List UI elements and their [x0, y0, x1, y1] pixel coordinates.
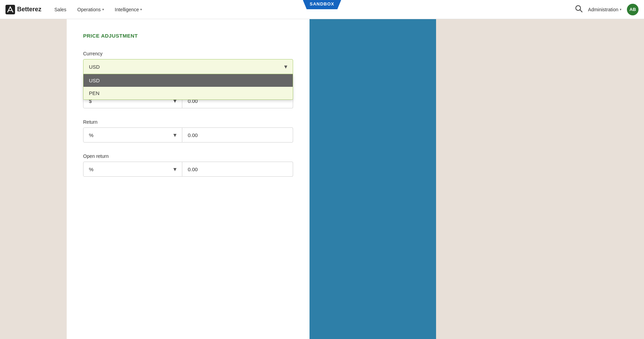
- currency-select[interactable]: USD ▾: [83, 59, 293, 74]
- nav-operations[interactable]: Operations ▾: [73, 4, 108, 15]
- return-section: Return % ▾: [83, 119, 293, 143]
- main-content: PRICE ADJUSTMENT Currency USD ▾ USD PEN: [0, 19, 644, 339]
- form-area: PRICE ADJUSTMENT Currency USD ▾ USD PEN: [67, 19, 310, 339]
- operations-chevron-icon: ▾: [102, 8, 104, 11]
- currency-section: Currency USD ▾ USD PEN: [83, 51, 293, 74]
- admin-label: Administration: [588, 7, 618, 12]
- return-type-select[interactable]: % ▾: [83, 127, 182, 143]
- return-label: Return: [83, 119, 293, 125]
- currency-option-usd[interactable]: USD: [83, 74, 293, 87]
- svg-line-2: [580, 10, 582, 12]
- far-right-sidebar: [436, 19, 644, 339]
- return-type-wrapper: % ▾: [83, 127, 182, 143]
- return-value-input[interactable]: [182, 127, 293, 143]
- currency-label: Currency: [83, 51, 293, 56]
- currency-option-pen[interactable]: PEN: [83, 87, 293, 99]
- open-return-type-chevron-icon: ▾: [173, 165, 176, 173]
- search-button[interactable]: [575, 5, 582, 14]
- currency-selected-value: USD: [89, 64, 100, 70]
- admin-nav[interactable]: Administration ▾: [588, 7, 621, 12]
- return-type-chevron-icon: ▾: [173, 131, 176, 139]
- open-return-value-input[interactable]: [182, 162, 293, 177]
- admin-chevron-icon: ▾: [620, 8, 621, 11]
- open-return-type-select[interactable]: % ▾: [83, 162, 182, 177]
- return-row: % ▾: [83, 127, 293, 143]
- header-right: Administration ▾ AB: [575, 4, 639, 15]
- open-return-section: Open return % ▾: [83, 153, 293, 177]
- left-sidebar: [0, 19, 67, 339]
- main-header: Betterez Sales Operations ▾ Intelligence…: [0, 0, 644, 19]
- return-type-value: %: [89, 132, 93, 138]
- nav-intelligence[interactable]: Intelligence ▾: [110, 4, 147, 15]
- open-return-label: Open return: [83, 153, 293, 159]
- sandbox-banner: SANDBOX: [303, 0, 341, 9]
- avatar[interactable]: AB: [627, 4, 639, 15]
- intelligence-chevron-icon: ▾: [140, 8, 142, 11]
- nav-sales[interactable]: Sales: [50, 4, 71, 15]
- logo[interactable]: Betterez: [5, 5, 41, 14]
- currency-dropdown-wrapper: USD ▾ USD PEN: [83, 59, 293, 74]
- right-panel: [310, 19, 436, 339]
- currency-dropdown-options: USD PEN: [83, 74, 293, 100]
- logo-text: Betterez: [17, 6, 41, 13]
- currency-chevron-icon: ▾: [284, 63, 287, 70]
- form-title: PRICE ADJUSTMENT: [83, 33, 293, 39]
- open-return-type-wrapper: % ▾: [83, 162, 182, 177]
- open-return-type-value: %: [89, 166, 93, 172]
- open-return-row: % ▾: [83, 162, 293, 177]
